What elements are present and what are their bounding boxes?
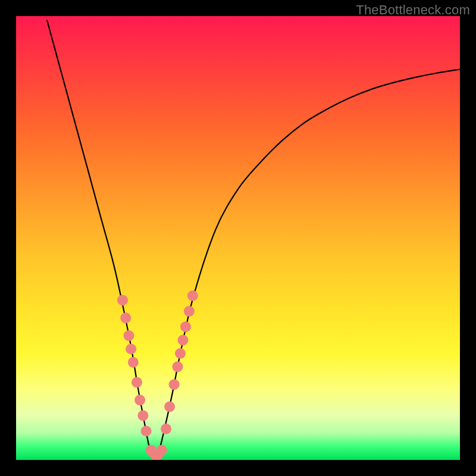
chart-plot-area <box>16 16 460 460</box>
highlighted-point <box>178 335 189 346</box>
highlighted-point <box>175 348 186 359</box>
highlighted-point <box>124 330 134 341</box>
highlighted-point <box>126 344 136 355</box>
chart-svg <box>16 16 460 460</box>
highlighted-point <box>169 379 180 390</box>
highlighted-point <box>128 357 139 368</box>
watermark-text: TheBottleneck.com <box>356 2 470 18</box>
bottleneck-curve-line <box>47 21 460 457</box>
highlighted-point <box>180 321 191 332</box>
highlighted-point <box>161 424 171 434</box>
highlighted-point <box>137 410 148 421</box>
highlighted-point <box>141 426 152 437</box>
highlighted-point <box>156 445 167 456</box>
highlighted-point <box>117 295 128 305</box>
highlighted-point <box>173 361 183 372</box>
highlighted-point <box>184 306 195 317</box>
highlighted-marker-group <box>117 290 198 460</box>
highlighted-point <box>187 290 198 301</box>
highlighted-point <box>134 394 145 405</box>
highlighted-point <box>164 402 175 412</box>
highlighted-point <box>120 312 131 323</box>
highlighted-point <box>131 377 142 388</box>
